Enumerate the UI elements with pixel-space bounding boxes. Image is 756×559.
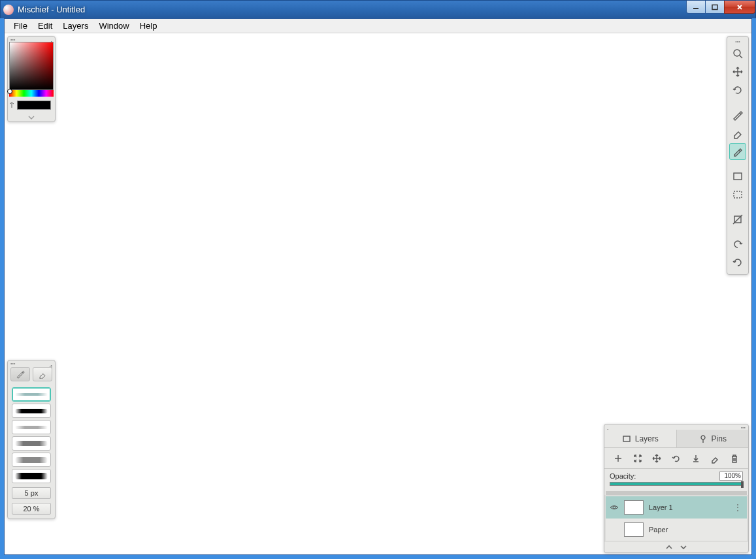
expand-icon[interactable]: [46, 360, 52, 366]
layer-row[interactable]: Layer 1 ⋮: [606, 496, 747, 519]
brush-tab-eraser[interactable]: [33, 367, 52, 381]
current-color-swatch[interactable]: [17, 101, 51, 110]
tab-layers[interactable]: Layers: [604, 430, 676, 447]
undo-button[interactable]: [729, 236, 746, 253]
opacity-row: Opacity: 100%: [604, 469, 748, 482]
redo-button[interactable]: [729, 254, 746, 271]
svg-rect-5: [734, 191, 742, 198]
brush-opacity-field[interactable]: 20 %: [12, 503, 51, 515]
grip-dots-icon: •••: [735, 39, 740, 44]
opacity-value[interactable]: 100%: [719, 471, 743, 481]
rotate-layer-button[interactable]: [669, 451, 683, 466]
layer-actions: [604, 448, 748, 469]
color-picker-field[interactable]: [9, 42, 54, 90]
tool-panel[interactable]: •••: [727, 36, 749, 275]
brush-preset-4[interactable]: [12, 436, 51, 451]
rectangle-tool[interactable]: [729, 168, 746, 185]
svg-rect-8: [623, 436, 630, 441]
color-panel[interactable]: •••: [7, 36, 56, 122]
collapse-button[interactable]: [8, 112, 55, 121]
panel-grip[interactable]: •••: [729, 39, 746, 44]
brush-tool-tabs: [8, 366, 55, 385]
menu-edit[interactable]: Edit: [33, 20, 58, 32]
pan-tool[interactable]: [729, 63, 746, 80]
panel-grip[interactable]: •••: [604, 424, 748, 430]
tab-pins[interactable]: Pins: [676, 430, 749, 447]
layer-list: Layer 1 ⋮ Paper: [604, 495, 748, 542]
brush-tab-pencil[interactable]: [10, 367, 30, 381]
swap-colors-icon[interactable]: [9, 102, 14, 108]
grip-dots-icon: •••: [10, 361, 15, 366]
window-title: Mischief - Untitled: [18, 5, 85, 14]
visibility-icon[interactable]: [610, 503, 619, 512]
pencil-tool[interactable]: [729, 106, 746, 123]
crop-tool[interactable]: [729, 211, 746, 228]
layer-name: Paper: [649, 526, 668, 534]
expand-icon[interactable]: [46, 37, 52, 42]
layer-menu-icon[interactable]: ⋮: [734, 503, 742, 512]
layer-row[interactable]: Paper: [606, 519, 747, 541]
menu-window[interactable]: Window: [93, 20, 134, 32]
panel-grip[interactable]: •••: [8, 37, 55, 42]
brush-preset-5[interactable]: [12, 453, 51, 467]
tab-pins-label: Pins: [712, 434, 727, 443]
titlebar[interactable]: Mischief - Untitled: [0, 0, 756, 18]
opacity-label: Opacity:: [610, 472, 636, 480]
delete-layer-button[interactable]: [727, 451, 742, 466]
merge-down-button[interactable]: [689, 451, 703, 466]
expand-icon[interactable]: [607, 424, 614, 430]
select-tool[interactable]: [729, 186, 746, 203]
layers-panel[interactable]: ••• Layers Pins Opacity: 100%: [604, 424, 749, 553]
brush-preset-3[interactable]: [12, 420, 51, 434]
minimize-button[interactable]: [686, 1, 706, 14]
svg-point-2: [734, 50, 740, 56]
svg-rect-4: [734, 173, 742, 180]
layer-thumbnail: [624, 500, 644, 515]
add-layer-button[interactable]: [611, 451, 625, 466]
hue-handle[interactable]: [7, 89, 12, 94]
grip-dots-icon: •••: [741, 425, 746, 430]
layers-tabs: Layers Pins: [604, 430, 748, 448]
swatch-row: [8, 97, 55, 112]
chevron-up-icon[interactable]: [665, 544, 673, 551]
brush-size-field[interactable]: 5 px: [12, 487, 51, 499]
grip-dots-icon: •••: [10, 37, 15, 42]
chevron-down-icon[interactable]: [680, 544, 687, 551]
tab-layers-label: Layers: [635, 434, 659, 443]
zoom-tool[interactable]: [729, 45, 746, 62]
menu-file[interactable]: File: [8, 20, 33, 32]
brush-preset-2[interactable]: [12, 404, 51, 418]
brush-preset-1[interactable]: [12, 387, 51, 402]
svg-line-3: [740, 56, 742, 58]
layer-thumbnail: [624, 522, 644, 537]
menu-help[interactable]: Help: [135, 20, 163, 32]
scale-layer-button[interactable]: [631, 451, 645, 466]
panel-grip[interactable]: •••: [8, 360, 55, 366]
layer-name: Layer 1: [649, 503, 673, 511]
slider-knob[interactable]: [741, 481, 744, 488]
window-controls: [687, 1, 755, 14]
layers-nav: [604, 542, 748, 552]
menubar: File Edit Layers Window Help: [5, 19, 751, 33]
app-icon: [3, 5, 14, 15]
eraser-tool[interactable]: [729, 125, 746, 142]
svg-point-9: [613, 506, 616, 509]
svg-rect-1: [712, 5, 717, 9]
move-layer-button[interactable]: [649, 451, 664, 466]
clear-layer-button[interactable]: [708, 451, 722, 466]
maximize-button[interactable]: [705, 1, 725, 14]
close-button[interactable]: [724, 1, 755, 14]
menu-layers[interactable]: Layers: [58, 20, 93, 32]
app-frame: File Edit Layers Window Help ••• •••: [4, 18, 752, 555]
opacity-slider[interactable]: [610, 482, 743, 486]
hue-slider[interactable]: [9, 90, 54, 97]
rotate-tool[interactable]: [729, 82, 746, 99]
eyedropper-tool[interactable]: [729, 143, 746, 160]
brush-panel[interactable]: ••• 5 px 20 %: [7, 360, 56, 519]
brush-preset-6[interactable]: [12, 469, 51, 483]
